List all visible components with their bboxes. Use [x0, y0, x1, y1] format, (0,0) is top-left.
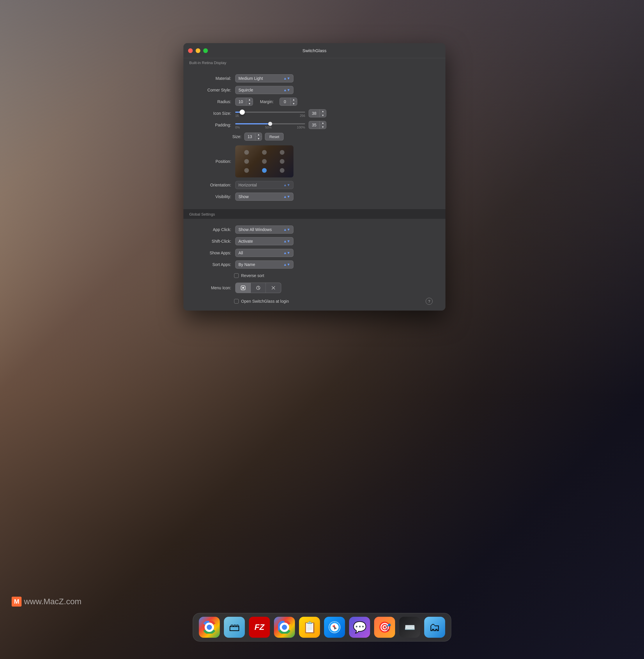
padding-increment-button[interactable]: ▲ [320, 121, 326, 125]
margin-decrement-button[interactable]: ▼ [291, 102, 297, 106]
margin-stepper[interactable]: 0 ▲ ▼ [279, 97, 297, 106]
radius-margin-controls: 10 ▲ ▼ Margin: 0 ▲ ▼ [235, 97, 297, 106]
icon-size-max-label: 256 [300, 114, 305, 117]
pos-mid-center[interactable] [262, 159, 267, 164]
sort-apps-chevron-icon: ▲▼ [283, 263, 290, 266]
size-value: 13 [245, 134, 255, 139]
open-login-row: Open SwitchGlass at login ? [231, 296, 438, 306]
icon-size-slider-thumb[interactable] [239, 110, 245, 115]
show-apps-chevron-icon: ▲▼ [283, 251, 290, 255]
app-click-select[interactable]: Show All Windows ▲▼ [235, 225, 294, 234]
dock-safari-icon[interactable] [324, 617, 345, 638]
dock-chat-icon[interactable]: 💬 [349, 617, 370, 638]
icon-size-increment-button[interactable]: ▲ [320, 109, 326, 113]
show-apps-label: Show Apps: [193, 250, 231, 255]
orientation-value: Horizontal [238, 183, 257, 187]
corner-style-select[interactable]: Squircle ▲▼ [235, 86, 294, 94]
visibility-label: Visibility: [193, 194, 231, 199]
menu-icon-option-3[interactable] [266, 283, 281, 293]
margin-increment-button[interactable]: ▲ [291, 97, 297, 102]
material-label: Material: [193, 76, 231, 81]
reverse-sort-row: Reverse sort [231, 272, 438, 279]
icon-size-label: Icon Size: [193, 111, 231, 116]
position-row: Position: [190, 146, 438, 177]
reset-button[interactable]: Reset [265, 133, 283, 140]
dock-lasso-icon[interactable]: 🎯 [374, 617, 395, 638]
padding-slider-track[interactable] [235, 123, 305, 125]
dock-filezilla-icon[interactable]: FZ [249, 617, 270, 638]
icon-size-row: Icon Size: 16 256 38 [190, 109, 438, 117]
shift-click-row: Shift-Click: Activate ▲▼ [190, 237, 438, 245]
size-increment-button[interactable]: ▲ [255, 133, 262, 137]
close-button[interactable] [188, 48, 193, 53]
radius-stepper[interactable]: 10 ▲ ▼ [235, 97, 253, 106]
menu-icon-option-2[interactable] [251, 283, 266, 293]
open-login-label: Open SwitchGlass at login [241, 299, 289, 304]
orientation-chevron-icon: ▲▼ [283, 183, 290, 187]
pos-bot-left[interactable] [244, 168, 249, 173]
radius-increment-button[interactable]: ▲ [246, 97, 253, 102]
size-decrement-button[interactable]: ▼ [255, 137, 262, 141]
app-click-value: Show All Windows [238, 227, 272, 232]
margin-label: Margin: [260, 100, 274, 104]
icon-size-stepper[interactable]: 38 ▲ ▼ [308, 109, 326, 117]
maximize-button[interactable] [203, 48, 208, 53]
dock-files-icon[interactable]: 🗃 [224, 617, 245, 638]
size-row: Size: 13 ▲ ▼ Reset [190, 133, 438, 141]
icon-size-decrement-button[interactable]: ▼ [320, 113, 326, 117]
margin-value: 0 [280, 100, 290, 104]
position-label: Position: [193, 159, 231, 164]
orientation-label: Orientation: [193, 183, 231, 187]
dock-klack-icon[interactable]: ⌨️ [399, 617, 420, 638]
pos-top-center[interactable] [262, 150, 267, 155]
material-row: Material: Medium Light ▲▼ [190, 74, 438, 83]
size-stepper[interactable]: 13 ▲ ▼ [244, 133, 262, 141]
orientation-select[interactable]: Horizontal ▲▼ [235, 181, 294, 189]
padding-label: Padding: [193, 123, 231, 127]
help-button[interactable]: ? [426, 298, 433, 305]
dock-chrome2-icon[interactable] [274, 617, 295, 638]
visibility-select[interactable]: Show ▲▼ [235, 193, 294, 201]
padding-decrement-button[interactable]: ▼ [320, 125, 326, 129]
svg-point-6 [281, 624, 288, 630]
show-apps-select[interactable]: All ▲▼ [235, 249, 294, 257]
visibility-value: Show [238, 194, 249, 199]
material-select[interactable]: Medium Light ▲▼ [235, 74, 294, 83]
global-settings-section: Global Settings App Click: Show All Wind… [183, 209, 445, 311]
pos-bot-center[interactable] [262, 168, 267, 173]
pos-mid-left[interactable] [244, 159, 249, 164]
sort-apps-row: Sort Apps: By Name ▲▼ [190, 261, 438, 269]
dock-finder-icon[interactable]: 🗂 [424, 617, 445, 638]
padding-0-label: 0% [235, 126, 240, 129]
material-value: Medium Light [238, 76, 263, 81]
global-settings-header: Global Settings [183, 209, 445, 219]
pos-mid-right[interactable] [280, 159, 284, 164]
dock-chrome-icon[interactable] [199, 617, 220, 638]
menu-icon-option-1[interactable] [235, 283, 251, 293]
shift-click-select[interactable]: Activate ▲▼ [235, 237, 294, 245]
icon-size-slider-container: 16 256 [235, 109, 305, 117]
sort-apps-select[interactable]: By Name ▲▼ [235, 261, 294, 269]
padding-100-label: 100% [297, 126, 305, 129]
menu-icon-options [235, 283, 281, 293]
radius-decrement-button[interactable]: ▼ [246, 102, 253, 106]
icon-size-slider-track[interactable] [235, 112, 305, 113]
open-login-checkbox[interactable] [234, 299, 239, 304]
pos-top-right[interactable] [280, 150, 284, 155]
display-label: Built-in Retina Display [183, 58, 445, 68]
shift-click-label: Shift-Click: [193, 239, 231, 244]
minimize-button[interactable] [196, 48, 200, 53]
dock-notes-icon[interactable]: 📋 [299, 617, 320, 638]
sort-apps-label: Sort Apps: [193, 262, 231, 267]
pos-bot-right[interactable] [280, 168, 284, 173]
menu-icon-row: Menu Icon: [190, 283, 438, 293]
reverse-sort-checkbox[interactable] [234, 273, 239, 278]
corner-style-row: Corner Style: Squircle ▲▼ [190, 86, 438, 94]
visibility-row: Visibility: Show ▲▼ [190, 193, 438, 201]
pos-top-left[interactable] [244, 150, 249, 155]
position-dots [235, 146, 294, 177]
padding-stepper[interactable]: 35 ▲ ▼ [308, 121, 326, 129]
watermark: M www.MacZ.com [12, 597, 82, 607]
window-settings-section: Material: Medium Light ▲▼ Corner Style: … [183, 68, 445, 209]
position-picker[interactable] [235, 146, 294, 177]
